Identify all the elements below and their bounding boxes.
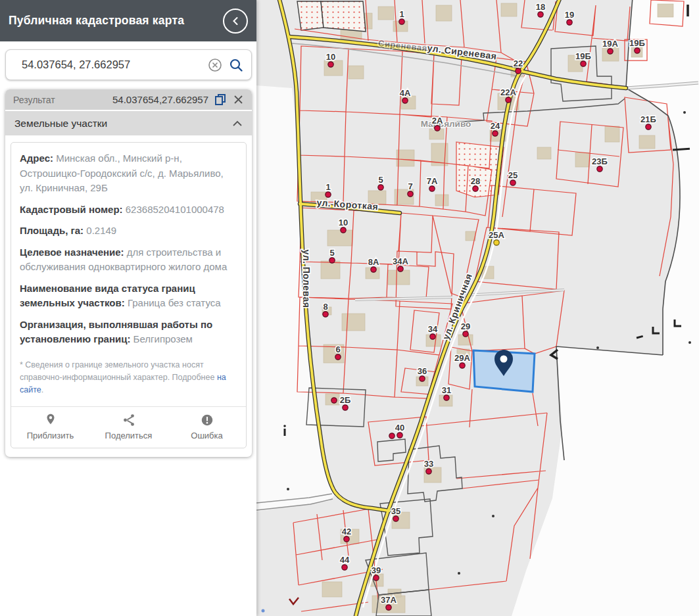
- marker-label: 1: [325, 182, 330, 192]
- marker-dot-icon: [493, 131, 498, 136]
- parcel-marker[interactable]: 6: [335, 344, 341, 360]
- marker-label: 36: [418, 366, 427, 376]
- marker-dot-icon: [460, 363, 465, 368]
- survey-mark-dot: [287, 488, 289, 490]
- disclaimer-note: * Сведения о границе земельного участка …: [20, 359, 237, 397]
- detail-field: Организация, выполнявшая работы по устан…: [20, 318, 237, 347]
- marker-dot-icon: [581, 61, 586, 66]
- marker-dot-icon: [429, 186, 435, 191]
- chevron-up-icon: [232, 120, 243, 127]
- marker-label: 24: [491, 121, 500, 131]
- parcel-marker[interactable]: 5: [378, 175, 383, 190]
- marker-label: 37А: [381, 595, 397, 605]
- marker-dot-icon: [510, 180, 516, 185]
- copy-coordinates-button[interactable]: [214, 93, 227, 106]
- marker-dot-icon: [646, 124, 651, 130]
- close-result-button[interactable]: [233, 94, 244, 105]
- action-zoom-pin[interactable]: Приблизить: [11, 413, 89, 440]
- detail-field: Наименование вида статуса границ земельн…: [20, 281, 237, 311]
- marker-label: 21Б: [640, 114, 656, 124]
- marker-dot-icon: [506, 97, 511, 103]
- survey-mark-dot: [458, 572, 460, 575]
- zoom-pin-icon: [43, 413, 58, 427]
- chevron-left-icon: [230, 16, 241, 26]
- survey-mark-vbar: [687, 5, 689, 16]
- marker-label: 40: [395, 423, 404, 433]
- section-land-parcels[interactable]: Земельные участки: [5, 110, 252, 135]
- marker-label: 4А: [400, 88, 411, 98]
- marker-dot-icon: [426, 469, 431, 474]
- action-error[interactable]: Ошибка: [168, 413, 246, 440]
- parcel-marker[interactable]: 1: [399, 9, 404, 24]
- marker-dot-icon: [597, 166, 602, 172]
- marker-label: 8: [323, 302, 327, 312]
- marker-label: 22: [514, 59, 523, 68]
- search-icon: [229, 58, 243, 72]
- marker-dot-icon: [408, 191, 413, 197]
- section-title: Земельные участки: [14, 118, 107, 130]
- marker-label: 19: [565, 10, 574, 20]
- action-label: Ошибка: [191, 431, 222, 440]
- marker-label: 10: [339, 218, 348, 227]
- marker-dot-icon: [331, 398, 337, 403]
- marker-dot-icon: [463, 331, 468, 337]
- search-input[interactable]: [14, 59, 201, 71]
- marker-label: 34: [428, 324, 438, 334]
- clear-search-button[interactable]: [208, 58, 222, 72]
- result-coordinates: 54.037654,27.662957: [112, 94, 208, 105]
- parcel-marker[interactable]: [331, 398, 337, 403]
- collapse-panel-button[interactable]: [223, 9, 248, 34]
- marker-label: 25: [508, 170, 518, 180]
- app-root: Сиреневаяул. Сиреневаяул. Короткаяул. Кр…: [0, 0, 699, 616]
- parcel-marker[interactable]: [389, 433, 395, 438]
- marker-label: 29: [461, 321, 470, 331]
- error-icon: [200, 413, 214, 427]
- marker-label: 6: [335, 344, 340, 354]
- marker-label: 42: [342, 527, 351, 536]
- marker-dot-icon: [386, 605, 391, 610]
- marker-dot-icon: [329, 258, 335, 263]
- marker-label: 39: [372, 565, 381, 575]
- marker-dot-icon: [399, 19, 404, 24]
- marker-dot-icon: [374, 575, 379, 580]
- marker-label: 22А: [500, 87, 516, 97]
- marker-dot-icon: [444, 395, 449, 400]
- marker-dot-icon: [398, 266, 403, 272]
- app-title: Публичная кадастровая карта: [9, 14, 184, 28]
- marker-label: 19А: [602, 39, 618, 49]
- marker-label: 33: [424, 459, 433, 469]
- marker-label: 8А: [368, 257, 379, 267]
- parcel-marker[interactable]: 7: [408, 181, 413, 197]
- marker-label: 5: [329, 248, 334, 258]
- marker-dot-icon: [397, 433, 402, 438]
- parcel-marker[interactable]: 5: [329, 248, 335, 263]
- search-button[interactable]: [229, 58, 243, 72]
- marker-label: 34А: [393, 256, 408, 266]
- marker-dot-icon: [635, 48, 640, 53]
- marker-dot-icon: [567, 20, 572, 25]
- parcel-marker[interactable]: 1: [325, 182, 331, 197]
- action-share[interactable]: Поделиться: [89, 413, 168, 440]
- marker-dot-icon: [323, 312, 328, 317]
- selected-parcel-group[interactable]: [473, 350, 535, 392]
- detail-field: Кадастровый номер: 623685204101000478: [20, 202, 237, 218]
- map-canvas[interactable]: Сиреневаяул. Сиреневаяул. Короткаяул. Кр…: [256, 0, 699, 616]
- clear-circle-icon: [208, 58, 222, 72]
- marker-dot-icon: [389, 433, 395, 438]
- marker-label: 18: [536, 2, 545, 12]
- marker-label: 19Б: [575, 51, 591, 61]
- marker-dot-icon: [343, 405, 348, 410]
- marker-dot-icon: [516, 68, 521, 74]
- survey-mark-dot: [492, 515, 494, 517]
- note-text: * Сведения о границе земельного участка …: [20, 360, 217, 382]
- place-name-label: Марьяливо: [421, 119, 471, 129]
- marker-dot-icon: [473, 186, 478, 191]
- marker-dot-icon: [608, 49, 613, 54]
- search-bar: [5, 49, 252, 80]
- marker-label: 31: [442, 385, 451, 395]
- action-label: Приблизить: [27, 431, 74, 440]
- result-header: Результат 54.037654,27.662957: [5, 89, 252, 110]
- close-icon: [233, 94, 244, 105]
- detail-field: Целевое назначение: для строительства и …: [20, 245, 237, 275]
- parcel-marker[interactable]: 8: [323, 302, 328, 317]
